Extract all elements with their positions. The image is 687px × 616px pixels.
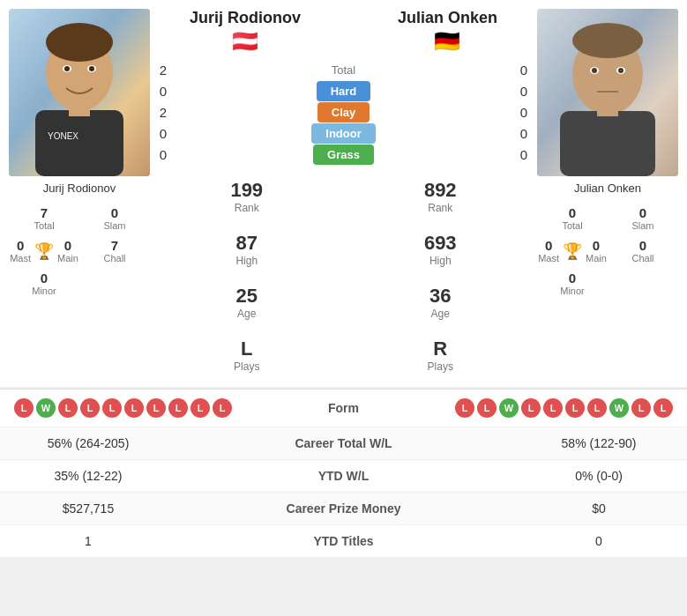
form-badge-l: L xyxy=(543,398,563,418)
p1-high: 87 High xyxy=(235,226,258,272)
p2-high: 693 High xyxy=(424,226,457,272)
p2-ytd-titles: 0 xyxy=(528,534,669,548)
svg-rect-18 xyxy=(560,111,655,176)
form-badge-l: L xyxy=(653,398,673,418)
top-section: YONEX Jurij Rodionov 7 Total 0 Slam xyxy=(0,0,687,387)
player1-mast-value: 0 xyxy=(10,238,31,253)
player2-minor-value: 0 xyxy=(539,271,606,286)
player2-minor-stat: 0 Minor xyxy=(537,267,608,300)
p2-rank: 892 Rank xyxy=(424,174,457,219)
player1-minor-value: 0 xyxy=(11,271,78,286)
indoor-row: 0 Indoor 0 xyxy=(150,125,537,141)
player1-mast-label: Mast xyxy=(10,253,31,263)
svg-point-2 xyxy=(46,23,113,62)
p1-prize-money: $527,715 xyxy=(18,501,159,516)
form-badge-l: L xyxy=(521,398,541,418)
form-badge-l: L xyxy=(58,398,78,418)
form-badge-l: L xyxy=(190,398,210,418)
player2-chall-stat: 0 Chall xyxy=(608,234,678,267)
player1-photo: YONEX xyxy=(9,9,150,176)
player1-slam-label: Slam xyxy=(81,220,148,231)
main-container: YONEX Jurij Rodionov 7 Total 0 Slam xyxy=(0,0,687,558)
center-column: Jurij Rodionov 🇦🇹 Julian Onken 🇩🇪 2 Tota… xyxy=(150,0,537,387)
player2-mast-label: Mast xyxy=(538,253,559,263)
svg-point-5 xyxy=(64,66,70,71)
trophy-icon-right: 🏆 xyxy=(563,241,582,261)
p2-form-badges: LLWLLLLWLL xyxy=(455,398,673,418)
player1-main-value: 0 xyxy=(57,238,78,253)
player2-total-value: 0 xyxy=(539,205,606,220)
hard-row: 0 Hard 0 xyxy=(150,83,537,99)
player1-total-value: 7 xyxy=(11,205,78,220)
player2-mast-value: 0 xyxy=(538,238,559,253)
career-total-row: 56% (264-205) Career Total W/L 58% (122-… xyxy=(0,427,687,460)
player1-name: Jurij Rodionov xyxy=(43,182,116,195)
p1-rank: 199 Rank xyxy=(230,174,263,219)
ytd-titles-label: YTD Titles xyxy=(265,534,423,548)
form-badge-l: L xyxy=(587,398,607,418)
bottom-section: LWLLLLLLLL Form LLWLLLLWLL 56% (264-205)… xyxy=(0,389,687,558)
p1-indoor: 0 xyxy=(150,126,176,141)
career-total-label: Career Total W/L xyxy=(265,436,423,450)
p1-form-badges: LWLLLLLLLL xyxy=(14,398,232,418)
p2-flag: 🇩🇪 xyxy=(398,29,497,54)
p1-ytd-wl: 35% (12-22) xyxy=(18,469,159,483)
player2-chall-label: Chall xyxy=(609,253,676,263)
player2-slam-stat: 0 Slam xyxy=(608,202,678,234)
svg-point-6 xyxy=(89,66,94,71)
form-badge-l: L xyxy=(124,398,144,418)
hard-badge: Hard xyxy=(317,81,371,101)
form-badge-w: W xyxy=(609,398,629,418)
grass-row: 0 Grass 0 xyxy=(150,146,537,162)
player2-mast-stat: 0 Mast 🏆 0 Main xyxy=(537,234,608,267)
form-badge-l: L xyxy=(80,398,100,418)
p2-indoor: 0 xyxy=(511,126,537,141)
prize-money-label: Career Prize Money xyxy=(265,501,423,516)
p1-career-total: 56% (264-205) xyxy=(18,436,159,450)
p1-name-center: Jurij Rodionov xyxy=(190,9,301,27)
player1-total-label: Total xyxy=(11,220,78,231)
p1-ytd-titles: 1 xyxy=(18,534,159,548)
player1-slam-stat: 0 Slam xyxy=(79,202,150,234)
svg-point-12 xyxy=(572,23,643,58)
p2-ytd-wl: 0% (0-0) xyxy=(528,469,669,483)
form-badge-l: L xyxy=(213,398,232,418)
form-badge-l: L xyxy=(477,398,497,418)
form-row: LWLLLLLLLL Form LLWLLLLWLL xyxy=(0,390,687,427)
svg-point-15 xyxy=(592,68,597,73)
indoor-badge: Indoor xyxy=(311,123,375,144)
p1-age: 25 Age xyxy=(236,279,258,325)
p1-clay: 2 xyxy=(150,105,176,120)
form-badge-l: L xyxy=(14,398,34,418)
player1-slam-value: 0 xyxy=(81,205,148,220)
form-badge-l: L xyxy=(631,398,651,418)
clay-row: 2 Clay 0 xyxy=(150,104,537,120)
clay-badge: Clay xyxy=(317,102,370,122)
form-badge-w: W xyxy=(36,398,56,418)
p1-flag: 🇦🇹 xyxy=(190,29,301,54)
player1-chall-value: 7 xyxy=(81,238,148,253)
prize-money-row: $527,715 Career Prize Money $0 xyxy=(0,493,687,525)
player2-column: Julian Onken 0 Total 0 Slam 0 Mast 🏆 xyxy=(537,0,687,308)
player2-slam-value: 0 xyxy=(609,205,676,220)
p2-name-center: Julian Onken xyxy=(398,9,497,27)
svg-point-16 xyxy=(618,68,624,73)
form-badge-l: L xyxy=(455,398,474,418)
player2-minor-label: Minor xyxy=(539,286,606,296)
player2-total-stat: 0 Total xyxy=(537,202,608,234)
form-label: Form xyxy=(328,401,359,415)
player1-chall-stat: 7 Chall xyxy=(79,234,150,267)
p2-total: 0 xyxy=(511,63,537,78)
p2-career-total: 58% (122-90) xyxy=(528,436,669,450)
p1-hard: 0 xyxy=(150,84,176,99)
player2-total-label: Total xyxy=(539,220,606,231)
ytd-wl-label: YTD W/L xyxy=(265,469,423,483)
ytd-titles-row: 1 YTD Titles 0 xyxy=(0,525,687,558)
p2-clay: 0 xyxy=(511,105,537,120)
p1-grass: 0 xyxy=(150,147,176,162)
p1-center-stats: 199 Rank 87 High 25 Age L Plays xyxy=(230,174,263,378)
form-badge-l: L xyxy=(102,398,122,418)
player2-chall-value: 0 xyxy=(609,238,676,253)
svg-rect-19 xyxy=(597,108,618,116)
form-badge-w: W xyxy=(499,398,519,418)
